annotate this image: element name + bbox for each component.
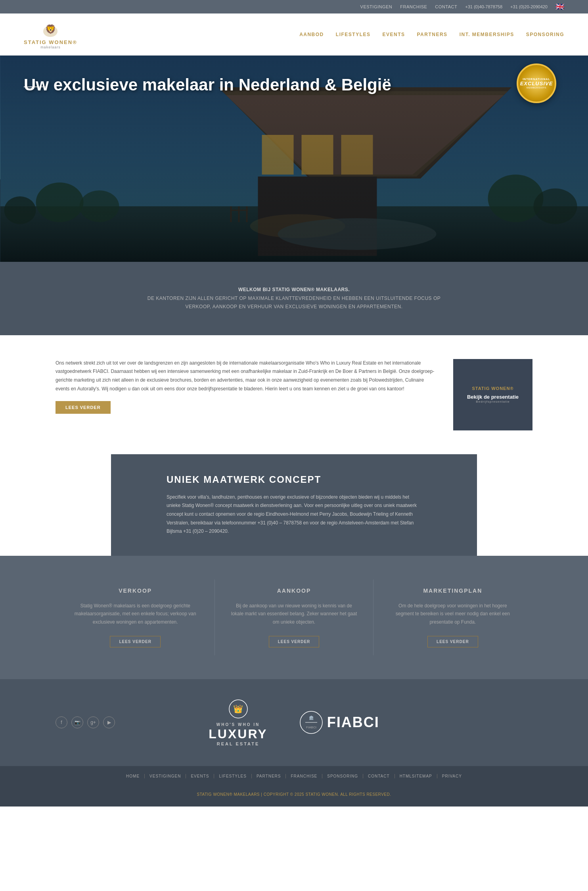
- footer-nav-privacy[interactable]: PRIVACY: [437, 774, 467, 778]
- top-bar: VESTIGINGEN FRANCHISE CONTACT +31 (0)40-…: [0, 0, 588, 13]
- partner-luxury-real-estate: 👑 WHO'S WHO IN LUXURY REAL ESTATE: [209, 699, 267, 746]
- concept-section: UNIEK MAATWERK CONCEPT Specifiek voor vi…: [111, 454, 477, 556]
- footer-partners-container: f 📷 g+ ▶ 👑 WHO'S WHO IN LUXURY REAL ESTA…: [56, 699, 532, 746]
- social-googleplus-icon[interactable]: g+: [87, 716, 99, 728]
- footer-nav-sponsoring[interactable]: SPONSORING: [322, 774, 363, 778]
- service-marketingplan-text: Om de hele doelgroep voor woningen in he…: [389, 602, 516, 626]
- footer-nav-htmlsitemap[interactable]: HTMLSITEMAP: [395, 774, 437, 778]
- nav-events[interactable]: EVENTS: [382, 32, 405, 37]
- topbar-vestigingen[interactable]: VESTIGINGEN: [360, 4, 393, 9]
- welcome-section: WELKOM BIJ STATIG WONEN® MAKELAARS. DE K…: [0, 262, 588, 335]
- concept-title: UNIEK MAATWERK CONCEPT: [167, 474, 421, 485]
- concept-outer: UNIEK MAATWERK CONCEPT Specifiek voor vi…: [0, 454, 588, 556]
- luxury-main-label: LUXURY: [209, 727, 267, 741]
- footer-nav-home[interactable]: HOME: [121, 774, 145, 778]
- social-facebook-icon[interactable]: f: [56, 716, 67, 728]
- copyright-text: STATIG WONEN® MAKELAARS | COPYRIGHT © 20…: [24, 792, 564, 797]
- badge-exclusive: EXCLUSIVE: [520, 81, 553, 86]
- content-image-sub: Bedrijfspresentatie: [476, 400, 509, 403]
- content-paragraph: Ons netwerk strekt zich uit tot ver over…: [56, 359, 437, 393]
- svg-text:FIABCI: FIABCI: [306, 726, 316, 729]
- service-verkoop-text: Statig Wonen® makelaars is een doelgroep…: [72, 602, 199, 626]
- service-aankoop-text: Bij de aankoop van uw nieuwe woning is k…: [231, 602, 357, 626]
- footer-nav-events[interactable]: EVENTS: [186, 774, 214, 778]
- service-marketingplan: MARKETINGPLAN Om de hele doelgroep voor …: [373, 580, 532, 655]
- flag-icon[interactable]: 🇬🇧: [555, 2, 564, 11]
- content-text-area: Ons netwerk strekt zich uit tot ver over…: [56, 359, 437, 414]
- nav-int-memberships[interactable]: INT. MEMBERSHIPS: [460, 32, 514, 37]
- footer-nav-contact[interactable]: CONTACT: [363, 774, 395, 778]
- topbar-phone1: +31 (0)40-7878758: [465, 4, 502, 9]
- partner-logos: 👑 WHO'S WHO IN LUXURY REAL ESTATE 🏛️ FIA…: [209, 699, 379, 746]
- fiabci-label: FIABCI: [327, 714, 379, 731]
- topbar-contact[interactable]: CONTACT: [435, 4, 457, 9]
- footer-nav-franchise[interactable]: FRANCHISE: [286, 774, 322, 778]
- footer-nav-partners[interactable]: PARTNERS: [252, 774, 286, 778]
- footer-nav-lifestyles[interactable]: LIFESTYLES: [214, 774, 251, 778]
- footer-nav-vestigingen[interactable]: VESTIGINGEN: [145, 774, 186, 778]
- service-aankoop-title: AANKOOP: [231, 588, 357, 594]
- header: 🦁 STATIG WONEN® makelaars AANBOD LIFESTY…: [0, 13, 588, 56]
- luxury-who-line: WHO'S WHO IN: [216, 722, 260, 727]
- svg-text:👑: 👑: [233, 704, 243, 714]
- service-verkoop-button[interactable]: LEES VERDER: [110, 636, 161, 647]
- luxury-real-estate-label: REAL ESTATE: [217, 741, 260, 746]
- service-marketingplan-button[interactable]: LEES VERDER: [427, 636, 478, 647]
- nav-sponsoring[interactable]: SPONSORING: [526, 32, 564, 37]
- partner-fiabci: 🏛️ FIABCI FIABCI: [299, 710, 379, 734]
- hero-section: Uw exclusieve makelaar in Nederland & Be…: [0, 56, 588, 262]
- svg-text:🦁: 🦁: [45, 24, 56, 35]
- social-instagram-icon[interactable]: 📷: [71, 716, 83, 728]
- badge-memberships: MEMBERSHIPS: [527, 86, 546, 89]
- badge-international: INTERNATIONAL: [523, 78, 550, 81]
- content-lees-verder-button[interactable]: LEES VERDER: [56, 401, 111, 414]
- nav-lifestyles[interactable]: LIFESTYLES: [336, 32, 371, 37]
- services-section: VERKOOP Statig Wonen® makelaars is een d…: [0, 556, 588, 679]
- logo-lion-icon: 🦁: [38, 19, 62, 39]
- nav-aanbod[interactable]: AANBOD: [299, 32, 324, 37]
- fiabci-logo-icon: 🏛️ FIABCI: [299, 710, 323, 734]
- main-navigation: AANBOD LIFESTYLES EVENTS PARTNERS INT. M…: [299, 32, 564, 37]
- topbar-franchise[interactable]: FRANCHISE: [400, 4, 427, 9]
- footer-navigation: HOME VESTIGINGEN EVENTS LIFESTYLES PARTN…: [0, 766, 588, 786]
- footer-partners-section: f 📷 g+ ▶ 👑 WHO'S WHO IN LUXURY REAL ESTA…: [0, 679, 588, 766]
- svg-text:🏛️: 🏛️: [309, 715, 314, 720]
- content-presentation-image[interactable]: STATIG WONEN® Bekijk de presentatie Bedr…: [453, 359, 532, 430]
- service-verkoop-title: VERKOOP: [72, 588, 199, 594]
- service-aankoop-button[interactable]: LEES VERDER: [269, 636, 320, 647]
- logo[interactable]: 🦁 STATIG WONEN® makelaars: [24, 19, 77, 49]
- nav-partners[interactable]: PARTNERS: [417, 32, 448, 37]
- social-icons-row: f 📷 g+ ▶: [56, 716, 115, 728]
- hero-badge: INTERNATIONAL EXCLUSIVE MEMBERSHIPS: [517, 63, 556, 103]
- welcome-text: WELKOM BIJ STATIG WONEN® MAKELAARS. DE K…: [79, 286, 509, 311]
- hero-title: Uw exclusieve makelaar in Nederland & Be…: [24, 75, 391, 94]
- footer-copyright-section: STATIG WONEN® MAKELAARS | COPYRIGHT © 20…: [0, 786, 588, 807]
- service-aankoop: AANKOOP Bij de aankoop van uw nieuwe won…: [215, 580, 373, 655]
- content-image-label: Bekijk de presentatie: [467, 394, 519, 400]
- content-image-logo: STATIG WONEN®: [472, 386, 513, 391]
- social-youtube-icon[interactable]: ▶: [103, 716, 115, 728]
- content-section: Ons netwerk strekt zich uit tot ver over…: [0, 335, 588, 454]
- services-grid: VERKOOP Statig Wonen® makelaars is een d…: [56, 580, 532, 655]
- luxury-logo-icon: 👑: [228, 699, 248, 719]
- topbar-phone2: +31 (0)20-2090420: [510, 4, 548, 9]
- logo-brand-name: STATIG WONEN®: [24, 39, 77, 45]
- service-marketingplan-title: MARKETINGPLAN: [389, 588, 516, 594]
- logo-subtitle: makelaars: [40, 45, 61, 49]
- concept-text: Specifiek voor villa's, landhuizen, pent…: [167, 493, 421, 536]
- service-verkoop: VERKOOP Statig Wonen® makelaars is een d…: [56, 580, 215, 655]
